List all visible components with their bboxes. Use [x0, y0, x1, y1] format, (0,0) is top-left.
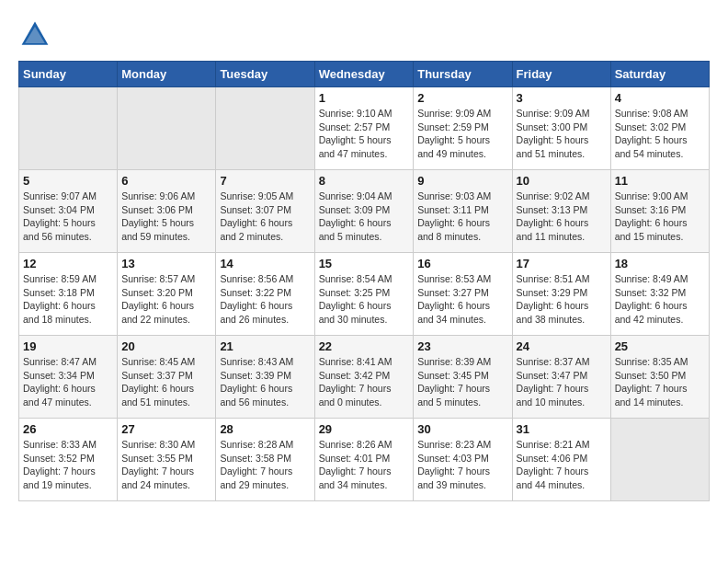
day-number: 20	[121, 339, 211, 353]
calendar-cell: 26Sunrise: 8:33 AM Sunset: 3:52 PM Dayli…	[19, 419, 118, 501]
day-info: Sunrise: 9:04 AM Sunset: 3:09 PM Dayligh…	[319, 190, 410, 244]
day-info: Sunrise: 9:08 AM Sunset: 3:02 PM Dayligh…	[615, 107, 705, 161]
calendar-week-2: 5Sunrise: 9:07 AM Sunset: 3:04 PM Daylig…	[19, 170, 710, 253]
day-info: Sunrise: 8:57 AM Sunset: 3:20 PM Dayligh…	[121, 272, 211, 327]
calendar-cell	[118, 87, 216, 170]
calendar-cell: 1Sunrise: 9:10 AM Sunset: 2:57 PM Daylig…	[314, 87, 414, 170]
calendar-cell	[19, 87, 118, 170]
calendar-week-1: 1Sunrise: 9:10 AM Sunset: 2:57 PM Daylig…	[19, 87, 710, 170]
calendar-table: SundayMondayTuesdayWednesdayThursdayFrid…	[18, 61, 710, 501]
calendar-cell: 5Sunrise: 9:07 AM Sunset: 3:04 PM Daylig…	[19, 170, 118, 253]
logo	[18, 18, 57, 52]
day-info: Sunrise: 9:02 AM Sunset: 3:13 PM Dayligh…	[517, 190, 607, 244]
calendar-cell: 14Sunrise: 8:56 AM Sunset: 3:22 PM Dayli…	[216, 253, 314, 336]
day-info: Sunrise: 8:23 AM Sunset: 4:03 PM Dayligh…	[417, 438, 507, 492]
calendar-week-5: 26Sunrise: 8:33 AM Sunset: 3:52 PM Dayli…	[19, 419, 710, 501]
day-number: 9	[417, 174, 507, 188]
calendar-cell	[610, 419, 709, 501]
calendar-cell: 8Sunrise: 9:04 AM Sunset: 3:09 PM Daylig…	[314, 170, 414, 253]
calendar-cell: 21Sunrise: 8:43 AM Sunset: 3:39 PM Dayli…	[216, 336, 314, 419]
day-info: Sunrise: 9:09 AM Sunset: 3:00 PM Dayligh…	[517, 107, 607, 161]
day-number: 15	[319, 257, 410, 270]
calendar-cell: 10Sunrise: 9:02 AM Sunset: 3:13 PM Dayli…	[512, 170, 610, 253]
day-number: 30	[417, 422, 507, 436]
day-info: Sunrise: 8:41 AM Sunset: 3:42 PM Dayligh…	[319, 355, 410, 409]
day-number: 22	[319, 339, 410, 353]
day-number: 25	[615, 339, 705, 353]
weekday-header-sunday: Sunday	[19, 62, 118, 87]
day-number: 17	[517, 257, 607, 270]
calendar-cell	[216, 87, 314, 170]
day-number: 28	[220, 422, 310, 436]
day-number: 10	[517, 174, 607, 188]
page-header	[18, 18, 710, 52]
day-info: Sunrise: 8:21 AM Sunset: 4:06 PM Dayligh…	[517, 438, 607, 492]
calendar-cell: 4Sunrise: 9:08 AM Sunset: 3:02 PM Daylig…	[610, 87, 709, 170]
day-number: 11	[615, 174, 705, 188]
day-info: Sunrise: 8:51 AM Sunset: 3:29 PM Dayligh…	[517, 272, 607, 327]
calendar-cell: 23Sunrise: 8:39 AM Sunset: 3:45 PM Dayli…	[414, 336, 512, 419]
day-info: Sunrise: 8:39 AM Sunset: 3:45 PM Dayligh…	[417, 355, 507, 409]
day-info: Sunrise: 8:56 AM Sunset: 3:22 PM Dayligh…	[220, 272, 310, 327]
calendar-cell: 29Sunrise: 8:26 AM Sunset: 4:01 PM Dayli…	[314, 419, 414, 501]
weekday-header-monday: Monday	[118, 62, 216, 87]
calendar-cell: 9Sunrise: 9:03 AM Sunset: 3:11 PM Daylig…	[414, 170, 512, 253]
calendar-cell: 15Sunrise: 8:54 AM Sunset: 3:25 PM Dayli…	[314, 253, 414, 336]
calendar-cell: 22Sunrise: 8:41 AM Sunset: 3:42 PM Dayli…	[314, 336, 414, 419]
day-number: 27	[121, 422, 211, 436]
day-number: 26	[23, 422, 113, 436]
calendar-cell: 12Sunrise: 8:59 AM Sunset: 3:18 PM Dayli…	[19, 253, 118, 336]
calendar-header-row: SundayMondayTuesdayWednesdayThursdayFrid…	[19, 62, 710, 87]
day-info: Sunrise: 9:00 AM Sunset: 3:16 PM Dayligh…	[615, 190, 705, 244]
calendar-cell: 18Sunrise: 8:49 AM Sunset: 3:32 PM Dayli…	[610, 253, 709, 336]
day-number: 14	[220, 257, 310, 270]
day-info: Sunrise: 8:53 AM Sunset: 3:27 PM Dayligh…	[417, 272, 507, 327]
day-number: 5	[23, 174, 113, 188]
day-number: 12	[23, 257, 113, 270]
day-info: Sunrise: 8:26 AM Sunset: 4:01 PM Dayligh…	[319, 438, 410, 492]
day-number: 6	[121, 174, 211, 188]
day-info: Sunrise: 9:05 AM Sunset: 3:07 PM Dayligh…	[220, 190, 310, 244]
calendar-cell: 27Sunrise: 8:30 AM Sunset: 3:55 PM Dayli…	[118, 419, 216, 501]
day-number: 2	[417, 91, 507, 105]
day-number: 1	[319, 91, 410, 105]
day-number: 29	[319, 422, 410, 436]
logo-icon	[18, 18, 51, 52]
day-number: 8	[319, 174, 410, 188]
calendar-cell: 3Sunrise: 9:09 AM Sunset: 3:00 PM Daylig…	[512, 87, 610, 170]
day-info: Sunrise: 8:37 AM Sunset: 3:47 PM Dayligh…	[517, 355, 607, 409]
calendar-cell: 24Sunrise: 8:37 AM Sunset: 3:47 PM Dayli…	[512, 336, 610, 419]
day-number: 19	[23, 339, 113, 353]
day-info: Sunrise: 8:43 AM Sunset: 3:39 PM Dayligh…	[220, 355, 310, 409]
calendar-cell: 25Sunrise: 8:35 AM Sunset: 3:50 PM Dayli…	[610, 336, 709, 419]
day-number: 21	[220, 339, 310, 353]
day-info: Sunrise: 8:33 AM Sunset: 3:52 PM Dayligh…	[23, 438, 113, 492]
day-number: 7	[220, 174, 310, 188]
calendar-cell: 7Sunrise: 9:05 AM Sunset: 3:07 PM Daylig…	[216, 170, 314, 253]
day-info: Sunrise: 8:47 AM Sunset: 3:34 PM Dayligh…	[23, 355, 113, 409]
day-info: Sunrise: 8:30 AM Sunset: 3:55 PM Dayligh…	[121, 438, 211, 492]
day-info: Sunrise: 8:49 AM Sunset: 3:32 PM Dayligh…	[615, 272, 705, 327]
day-info: Sunrise: 9:06 AM Sunset: 3:06 PM Dayligh…	[121, 190, 211, 244]
day-info: Sunrise: 9:10 AM Sunset: 2:57 PM Dayligh…	[319, 107, 410, 161]
calendar-cell: 11Sunrise: 9:00 AM Sunset: 3:16 PM Dayli…	[610, 170, 709, 253]
day-number: 24	[517, 339, 607, 353]
calendar-cell: 13Sunrise: 8:57 AM Sunset: 3:20 PM Dayli…	[118, 253, 216, 336]
weekday-header-thursday: Thursday	[414, 62, 512, 87]
day-number: 16	[417, 257, 507, 270]
weekday-header-wednesday: Wednesday	[314, 62, 414, 87]
day-info: Sunrise: 8:35 AM Sunset: 3:50 PM Dayligh…	[615, 355, 705, 409]
calendar-cell: 30Sunrise: 8:23 AM Sunset: 4:03 PM Dayli…	[414, 419, 512, 501]
calendar-cell: 31Sunrise: 8:21 AM Sunset: 4:06 PM Dayli…	[512, 419, 610, 501]
weekday-header-saturday: Saturday	[610, 62, 709, 87]
calendar-week-3: 12Sunrise: 8:59 AM Sunset: 3:18 PM Dayli…	[19, 253, 710, 336]
day-number: 13	[121, 257, 211, 270]
calendar-cell: 19Sunrise: 8:47 AM Sunset: 3:34 PM Dayli…	[19, 336, 118, 419]
day-info: Sunrise: 8:28 AM Sunset: 3:58 PM Dayligh…	[220, 438, 310, 492]
day-number: 23	[417, 339, 507, 353]
day-info: Sunrise: 9:09 AM Sunset: 2:59 PM Dayligh…	[417, 107, 507, 161]
calendar-week-4: 19Sunrise: 8:47 AM Sunset: 3:34 PM Dayli…	[19, 336, 710, 419]
day-number: 4	[615, 91, 705, 105]
calendar-cell: 16Sunrise: 8:53 AM Sunset: 3:27 PM Dayli…	[414, 253, 512, 336]
day-info: Sunrise: 9:07 AM Sunset: 3:04 PM Dayligh…	[23, 190, 113, 244]
